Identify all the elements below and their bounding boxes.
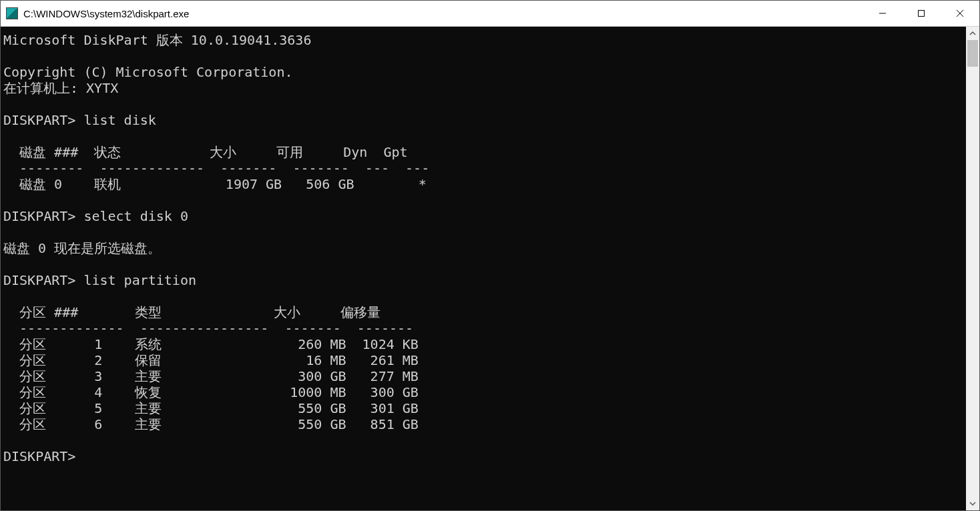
app-window: C:\WINDOWS\system32\diskpart.exe Microso… bbox=[0, 0, 980, 511]
window-title: C:\WINDOWS\system32\diskpart.exe bbox=[23, 8, 863, 19]
scroll-up-button[interactable] bbox=[966, 27, 979, 40]
minimize-button[interactable] bbox=[863, 1, 902, 26]
app-icon bbox=[6, 7, 18, 19]
titlebar[interactable]: C:\WINDOWS\system32\diskpart.exe bbox=[1, 1, 979, 27]
vertical-scrollbar[interactable] bbox=[966, 27, 979, 510]
scroll-thumb[interactable] bbox=[967, 40, 978, 67]
window-buttons bbox=[863, 1, 979, 26]
maximize-button[interactable] bbox=[902, 1, 941, 26]
scroll-down-button[interactable] bbox=[966, 497, 979, 510]
close-button[interactable] bbox=[941, 1, 979, 26]
terminal-output[interactable]: Microsoft DiskPart 版本 10.0.19041.3636 Co… bbox=[1, 27, 966, 510]
svg-rect-1 bbox=[919, 11, 925, 17]
scroll-track[interactable] bbox=[966, 40, 979, 497]
client-area: Microsoft DiskPart 版本 10.0.19041.3636 Co… bbox=[1, 27, 979, 510]
